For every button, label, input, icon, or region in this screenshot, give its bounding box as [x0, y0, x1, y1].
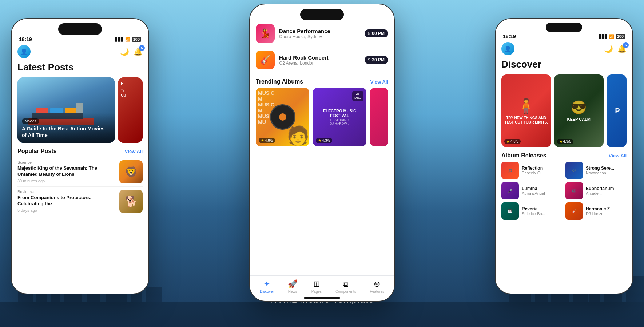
album-third-bg [370, 88, 388, 146]
svg-rect-20 [65, 108, 77, 113]
trending-albums-header: Trending Albums View All [256, 78, 388, 85]
signal-icon-left: ▋▋▋ [115, 37, 124, 42]
release-info-2: Strong Sere... Novanation [586, 166, 627, 175]
release-title-4: Euphorianum [586, 186, 627, 191]
star-icon-2: ★ [318, 138, 321, 142]
releases-view-all[interactable]: View All [609, 153, 627, 158]
keep-calm-text: KEEP CALM [567, 117, 591, 122]
festival-text: ELECTRO MUSICFESTIVAL FEATURINGDJ HARDW.… [323, 109, 356, 125]
dynamic-island-left [58, 23, 102, 35]
release-item-3[interactable]: 🎤 Lumina Aurora Angel [501, 182, 562, 199]
discover-star-2: ★ [559, 140, 562, 144]
dog-image: 🐕 [119, 190, 143, 213]
card-overlay: Movies A Guide to the Best Action Movies… [17, 113, 115, 143]
release-info-6: Harmonic Z DJ Horizon [586, 206, 627, 216]
album-card-1[interactable]: MUSICMMUSICMMUSICMU 🧑 ★ 4.8/5 [256, 88, 309, 146]
post-info-1: Science Majestic King of the Savannah: T… [17, 160, 116, 183]
featured-tag: Movies [22, 118, 39, 124]
nav-news[interactable]: 🚀 News [288, 279, 298, 294]
status-time-right: 18:19 [503, 33, 516, 39]
date-badge: 25DEC [352, 91, 363, 101]
nav-features[interactable]: ⊛ Features [370, 279, 384, 294]
home-indicator [304, 297, 340, 299]
release-artist-6: DJ Horizon [586, 211, 627, 216]
release-item-2[interactable]: 🎶 Strong Sere... Novanation [565, 162, 627, 179]
right-page-title: Discover [501, 59, 627, 70]
event-time-1: 8:00 PM [365, 29, 388, 37]
release-info-5: Reverie Soletice Ba... [522, 206, 562, 216]
release-artist-5: Soletice Ba... [522, 211, 562, 216]
post-title-1: Majestic King of the Savannah: The Untam… [17, 165, 116, 178]
red-card-content: 🧍 TRY NEW THINGS AND TEST OUT YOUR LIMIT… [501, 74, 551, 147]
post-item-1[interactable]: Science Majestic King of the Savannah: T… [17, 157, 143, 187]
notification-badge-right: 5 [623, 42, 629, 48]
svg-rect-0 [0, 302, 644, 327]
event-thumb-2: 🎸 [256, 51, 275, 69]
post-time-1: 30 minutes ago [17, 179, 116, 183]
event-item-2[interactable]: 🎸 Hard Rock Concert O2 Arena, London 9:3… [256, 47, 388, 73]
release-artist-3: Aurora Angel [522, 191, 562, 195]
release-item-6[interactable]: 🎸 Harmonic Z DJ Horizon [565, 202, 627, 220]
svg-rect-18 [36, 108, 48, 113]
event-item-1[interactable]: 💃 Dance Performance Opera House, Sydney … [256, 20, 388, 47]
status-bar-right: 18:19 ▋▋▋ 📶 100 [496, 32, 632, 39]
release-thumb-3: 🎤 [501, 182, 519, 199]
event-thumb-1: 💃 [256, 24, 275, 43]
components-icon: ⧉ [343, 279, 349, 289]
vinyl-disc [270, 104, 295, 130]
right-phone-content: 👤 🌙 🔔 5 Discover 🧍 TRY NEW THINGS AND TE… [496, 39, 632, 285]
release-info-4: Euphorianum Arcade... [586, 186, 627, 195]
battery-left: 100 [132, 37, 141, 42]
discover-card-blue[interactable]: P [607, 74, 627, 147]
release-item-5[interactable]: 🎹 Reverie Soletice Ba... [501, 202, 562, 220]
release-thumb-5: 🎹 [501, 202, 519, 220]
post-item-2[interactable]: Business From Companions to Protectors: … [17, 187, 143, 216]
discover-card-green[interactable]: 😎 KEEP CALM ★ 4.3/5 [554, 74, 604, 147]
battery-right: 100 [616, 34, 625, 39]
event-info-1: Dance Performance Opera House, Sydney [279, 28, 360, 39]
nav-components[interactable]: ⧉ Components [335, 279, 356, 294]
discover-text-red: TRY NEW THINGS AND TEST OUT YOUR LIMITS. [501, 116, 551, 125]
nav-discover[interactable]: ✦ Discover [260, 279, 274, 294]
wifi-icon-left: 📶 [125, 37, 130, 42]
side-featured-card[interactable]: F TrCu [118, 77, 143, 143]
album-card-3[interactable] [370, 88, 388, 146]
main-featured-card[interactable]: Movies A Guide to the Best Action Movies… [17, 77, 115, 143]
release-item-1[interactable]: 🎵 Reflection Phoenix Gu... [501, 162, 562, 179]
svg-rect-8 [146, 287, 162, 302]
release-item-4[interactable]: 🎼 Euphorianum Arcade... [565, 182, 627, 199]
header-icons-left: 🌙 🔔 5 [120, 47, 143, 56]
album-grid: MUSICMMUSICMMUSICMU 🧑 ★ 4.8/5 [256, 88, 388, 146]
blue-card-bg: P [607, 74, 627, 147]
status-icons-right: ▋▋▋ 📶 100 [599, 34, 625, 39]
news-icon: 🚀 [288, 279, 298, 289]
nav-pages[interactable]: ⊞ Pages [311, 279, 322, 294]
release-artist-1: Phoenix Gu... [522, 171, 562, 175]
release-artist-2: Novanation [586, 171, 627, 175]
post-thumb-2: 🐕 [119, 190, 143, 213]
left-phone: 18:19 ▋▋▋ 📶 100 👤 🌙 🔔 5 Latest Posts [11, 18, 149, 294]
avatar-right[interactable]: 👤 [501, 42, 514, 55]
releases-grid: 🎵 Reflection Phoenix Gu... 🎶 Strong Sere… [501, 162, 627, 220]
event-time-2: 9:30 PM [365, 56, 388, 64]
discover-card-red[interactable]: 🧍 TRY NEW THINGS AND TEST OUT YOUR LIMIT… [501, 74, 551, 147]
left-phone-header: 👤 🌙 🔔 5 [17, 42, 143, 60]
festival-title: ELECTRO MUSICFESTIVAL [323, 109, 356, 118]
moon-icon-left[interactable]: 🌙 [120, 47, 129, 56]
trending-view-all[interactable]: View All [370, 79, 388, 85]
release-artist-4: Arcade... [586, 191, 627, 195]
vinyl-container [270, 104, 295, 130]
album-card-2[interactable]: 25DEC ELECTRO MUSICFESTIVAL FEATURINGDJ … [313, 88, 366, 146]
discover-grid: 🧍 TRY NEW THINGS AND TEST OUT YOUR LIMIT… [501, 74, 627, 147]
moon-icon-right[interactable]: 🌙 [604, 44, 613, 53]
components-label: Components [335, 290, 356, 294]
popular-view-all[interactable]: View All [125, 149, 143, 154]
lion-image: 🦁 [119, 160, 143, 183]
discover-label: Discover [260, 290, 274, 294]
avatar-left[interactable]: 👤 [17, 45, 31, 58]
release-title-3: Lumina [522, 186, 562, 191]
release-thumb-6: 🎸 [565, 202, 583, 220]
featured-row: Movies A Guide to the Best Action Movies… [17, 77, 143, 143]
right-phone: 18:19 ▋▋▋ 📶 100 👤 🌙 🔔 5 Discover [495, 18, 633, 294]
status-icons-left: ▋▋▋ 📶 100 [115, 37, 141, 42]
